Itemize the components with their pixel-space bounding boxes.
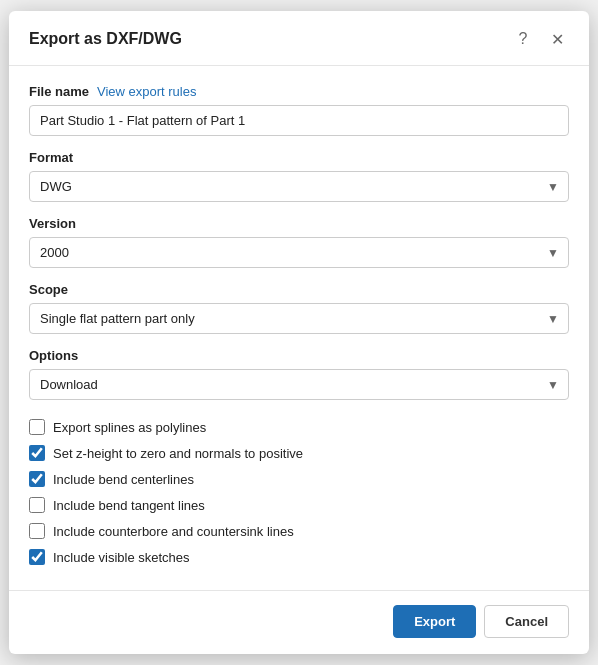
format-label: Format <box>29 150 569 165</box>
close-icon: ✕ <box>551 30 564 49</box>
checkbox-export-splines-input[interactable] <box>29 419 45 435</box>
export-dialog: Export as DXF/DWG ? ✕ File name View exp… <box>9 11 589 654</box>
checkbox-export-splines[interactable]: Export splines as polylines <box>29 414 569 440</box>
checkbox-counterbore[interactable]: Include counterbore and countersink line… <box>29 518 569 544</box>
close-button[interactable]: ✕ <box>545 27 569 51</box>
version-label: Version <box>29 216 569 231</box>
cancel-button[interactable]: Cancel <box>484 605 569 638</box>
dialog-footer: Export Cancel <box>9 590 589 654</box>
scope-select[interactable]: Single flat pattern part only All parts … <box>29 303 569 334</box>
checkbox-counterbore-label: Include counterbore and countersink line… <box>53 524 294 539</box>
header-icons: ? ✕ <box>511 27 569 51</box>
format-select[interactable]: DWG DXF <box>29 171 569 202</box>
export-button[interactable]: Export <box>393 605 476 638</box>
checkbox-visible-sketches-label: Include visible sketches <box>53 550 190 565</box>
format-group: Format DWG DXF ▼ <box>29 150 569 202</box>
dialog-header: Export as DXF/DWG ? ✕ <box>9 11 589 66</box>
options-select-wrapper: Download Link ▼ <box>29 369 569 400</box>
file-name-group: File name View export rules <box>29 84 569 136</box>
version-group: Version 2000 2004 2007 2010 2013 2016 ▼ <box>29 216 569 268</box>
options-select[interactable]: Download Link <box>29 369 569 400</box>
scope-group: Scope Single flat pattern part only All … <box>29 282 569 334</box>
checkbox-export-splines-label: Export splines as polylines <box>53 420 206 435</box>
checkboxes-section: Export splines as polylines Set z-height… <box>29 414 569 570</box>
scope-select-wrapper: Single flat pattern part only All parts … <box>29 303 569 334</box>
options-group: Options Download Link ▼ <box>29 348 569 400</box>
checkbox-bend-tangent[interactable]: Include bend tangent lines <box>29 492 569 518</box>
checkbox-bend-tangent-label: Include bend tangent lines <box>53 498 205 513</box>
checkbox-bend-centerlines[interactable]: Include bend centerlines <box>29 466 569 492</box>
options-label: Options <box>29 348 569 363</box>
version-select-wrapper: 2000 2004 2007 2010 2013 2016 ▼ <box>29 237 569 268</box>
file-name-label: File name View export rules <box>29 84 569 99</box>
dialog-body: File name View export rules Format DWG D… <box>9 66 589 580</box>
help-icon: ? <box>519 30 528 48</box>
scope-label: Scope <box>29 282 569 297</box>
checkbox-bend-centerlines-label: Include bend centerlines <box>53 472 194 487</box>
checkbox-z-height-input[interactable] <box>29 445 45 461</box>
dialog-title: Export as DXF/DWG <box>29 30 182 48</box>
format-select-wrapper: DWG DXF ▼ <box>29 171 569 202</box>
file-name-input[interactable] <box>29 105 569 136</box>
checkbox-visible-sketches-input[interactable] <box>29 549 45 565</box>
checkbox-visible-sketches[interactable]: Include visible sketches <box>29 544 569 570</box>
version-select[interactable]: 2000 2004 2007 2010 2013 2016 <box>29 237 569 268</box>
checkbox-bend-tangent-input[interactable] <box>29 497 45 513</box>
checkbox-bend-centerlines-input[interactable] <box>29 471 45 487</box>
checkbox-counterbore-input[interactable] <box>29 523 45 539</box>
checkbox-z-height[interactable]: Set z-height to zero and normals to posi… <box>29 440 569 466</box>
help-button[interactable]: ? <box>511 27 535 51</box>
view-export-rules-link[interactable]: View export rules <box>97 84 196 99</box>
checkbox-z-height-label: Set z-height to zero and normals to posi… <box>53 446 303 461</box>
